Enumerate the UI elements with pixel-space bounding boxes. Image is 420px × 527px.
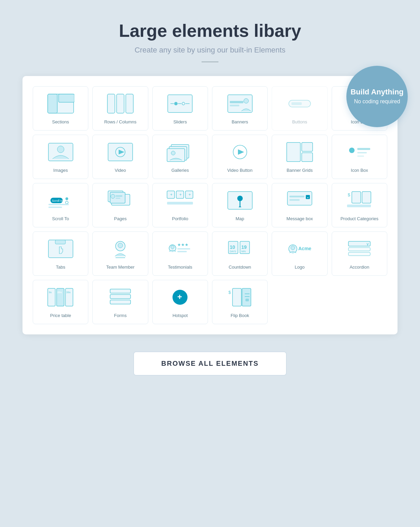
element-card-scroll-to[interactable]: Scroll to Scroll To <box>33 183 88 227</box>
svg-rect-44 <box>48 207 62 208</box>
svg-text:$: $ <box>348 192 350 197</box>
element-card-galleries[interactable]: Galleries <box>152 135 208 179</box>
price-table-label: Price table <box>50 313 71 319</box>
element-card-logo[interactable]: Acme Logo <box>272 231 327 276</box>
svg-rect-37 <box>357 152 367 153</box>
element-card-icon-box2[interactable]: Icon Box <box>332 135 387 179</box>
element-card-images[interactable]: Images <box>33 135 88 179</box>
svg-rect-77 <box>177 248 190 250</box>
svg-rect-34 <box>302 153 313 162</box>
message-box-label: Message box <box>286 216 313 222</box>
accordion-label: Accordion <box>349 265 369 270</box>
svg-rect-66 <box>352 192 361 203</box>
element-card-countdown[interactable]: 10 DAYS 19 MIN Countdown <box>212 231 268 276</box>
rows-columns-icon <box>95 91 145 116</box>
element-card-product-categories[interactable]: $ Product Categories <box>332 183 387 227</box>
element-card-price-table[interactable]: 9s 20s 39s Price table <box>33 280 88 324</box>
svg-rect-5 <box>126 94 133 113</box>
forms-icon <box>95 285 145 310</box>
svg-text:DAYS: DAYS <box>230 250 236 253</box>
svg-text:Acme: Acme <box>298 246 311 251</box>
svg-point-59 <box>237 196 243 201</box>
video-label: Video <box>115 168 126 174</box>
scroll-to-label: Scroll To <box>52 216 69 222</box>
element-card-sections[interactable]: Sections <box>33 86 88 131</box>
element-card-video-button[interactable]: Video Button <box>212 135 268 179</box>
svg-point-72 <box>118 243 123 248</box>
svg-text:10: 10 <box>230 244 235 250</box>
build-anything-badge: Build Anything No coding required <box>346 66 408 127</box>
product-categories-icon: $ <box>335 188 384 213</box>
svg-rect-105 <box>242 288 251 306</box>
element-card-pages[interactable]: Pages <box>92 183 148 227</box>
element-card-video[interactable]: Video <box>92 135 148 179</box>
video-button-label: Video Button <box>227 168 253 174</box>
galleries-label: Galleries <box>171 168 189 174</box>
element-card-tabs[interactable]: Tabs <box>33 231 88 276</box>
svg-rect-78 <box>177 251 187 252</box>
browse-all-elements-button[interactable]: BROWSE ALL ELEMENTS <box>133 351 287 376</box>
video-icon <box>95 140 145 164</box>
svg-point-41 <box>65 197 68 200</box>
svg-point-22 <box>57 146 64 153</box>
svg-rect-98 <box>110 289 131 293</box>
flip-book-label: Flip Book <box>231 313 249 319</box>
sliders-label: Sliders <box>173 119 187 125</box>
svg-rect-99 <box>110 295 131 299</box>
buttons-icon <box>275 91 324 116</box>
svg-text:$: $ <box>228 290 231 295</box>
svg-text:∨: ∨ <box>366 242 369 246</box>
svg-text:+: + <box>177 292 182 301</box>
svg-rect-108 <box>245 299 249 301</box>
svg-rect-91 <box>348 252 370 256</box>
svg-rect-70 <box>55 240 65 244</box>
hotspot-icon: + <box>155 285 205 310</box>
element-card-banner-grids[interactable]: Banner Grids <box>272 135 327 179</box>
portfolio-icon: + + + <box>155 188 205 213</box>
pages-label: Pages <box>114 216 127 222</box>
element-card-rows-columns[interactable]: Rows / Columns <box>92 86 148 131</box>
svg-text:MIN: MIN <box>241 250 246 253</box>
element-card-testimonials[interactable]: ★★★ Testimonials <box>152 231 208 276</box>
svg-point-29 <box>171 151 175 155</box>
badge-title: Build Anything <box>350 88 404 96</box>
element-card-map[interactable]: Map <box>212 183 268 227</box>
svg-rect-50 <box>116 198 120 199</box>
tabs-label: Tabs <box>56 265 65 270</box>
element-card-forms[interactable]: Forms <box>92 280 148 324</box>
rows-columns-label: Rows / Columns <box>104 119 137 125</box>
team-member-icon <box>95 237 145 261</box>
banners-label: Banners <box>231 119 248 125</box>
images-label: Images <box>53 168 68 174</box>
svg-rect-14 <box>230 105 239 106</box>
testimonials-label: Testimonials <box>168 265 193 270</box>
tabs-icon <box>36 237 85 261</box>
element-card-sliders[interactable]: Sliders <box>152 86 208 131</box>
svg-rect-62 <box>289 199 300 201</box>
svg-point-15 <box>244 99 249 103</box>
icon-box2-icon <box>335 140 384 164</box>
element-card-team-member[interactable]: Team Member <box>92 231 148 276</box>
element-card-message-box[interactable]: Message box <box>272 183 327 227</box>
svg-text:+: + <box>189 192 191 197</box>
page-subtitle: Create any site by using our built-in El… <box>135 46 286 55</box>
map-label: Map <box>236 216 244 222</box>
element-card-flip-book[interactable]: $ Flip Book <box>212 280 268 324</box>
banner-grids-label: Banner Grids <box>287 168 313 174</box>
accordion-icon: ∨ <box>335 237 384 261</box>
svg-rect-1 <box>48 94 57 113</box>
svg-rect-63 <box>306 195 310 199</box>
element-card-banners[interactable]: Banners <box>212 86 268 131</box>
buttons-label: Buttons <box>292 119 307 125</box>
element-card-accordion[interactable]: ∨ Accordion <box>332 231 387 276</box>
svg-point-42 <box>65 201 68 204</box>
svg-text:39s: 39s <box>66 291 71 294</box>
team-member-label: Team Member <box>106 265 134 270</box>
logo-icon: Acme <box>275 237 324 261</box>
element-card-hotspot[interactable]: + Hotspot <box>152 280 208 324</box>
element-card-buttons[interactable]: Buttons <box>272 86 327 131</box>
svg-rect-38 <box>357 155 364 157</box>
sliders-icon <box>155 91 205 116</box>
element-card-portfolio[interactable]: + + + Portfolio <box>152 183 208 227</box>
svg-rect-49 <box>116 195 122 197</box>
